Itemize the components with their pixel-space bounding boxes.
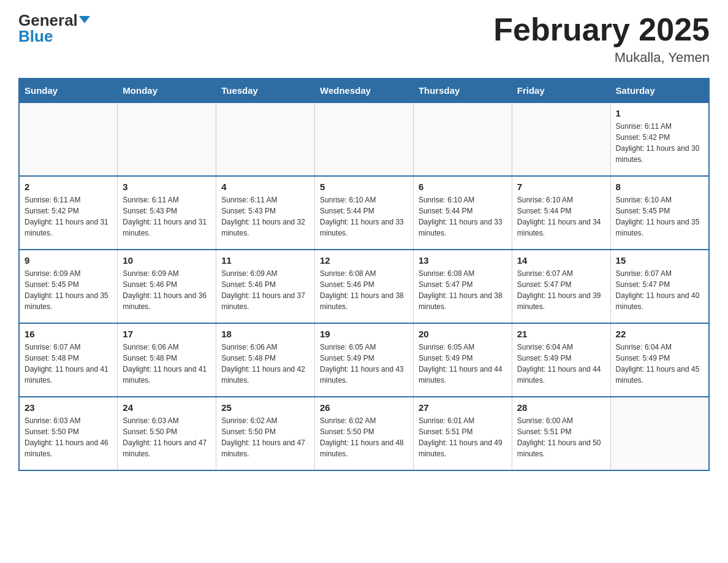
calendar-cell: 4Sunrise: 6:11 AMSunset: 5:43 PMDaylight…	[216, 176, 315, 250]
day-info: Sunrise: 6:03 AMSunset: 5:50 PMDaylight:…	[123, 415, 211, 459]
day-number: 25	[221, 402, 309, 413]
title-area: February 2025 Mukalla, Yemen	[493, 12, 710, 66]
day-number: 9	[25, 255, 112, 266]
logo-blue-text: Blue	[18, 28, 53, 44]
day-number: 23	[25, 402, 112, 413]
location-title: Mukalla, Yemen	[493, 50, 710, 66]
calendar-cell: 14Sunrise: 6:07 AMSunset: 5:47 PMDayligh…	[512, 250, 610, 323]
day-info: Sunrise: 6:11 AMSunset: 5:43 PMDaylight:…	[221, 194, 309, 239]
day-info: Sunrise: 6:10 AMSunset: 5:44 PMDaylight:…	[517, 194, 605, 239]
day-info: Sunrise: 6:05 AMSunset: 5:49 PMDaylight:…	[419, 342, 507, 386]
calendar-cell: 24Sunrise: 6:03 AMSunset: 5:50 PMDayligh…	[118, 397, 216, 470]
day-number: 1	[616, 108, 703, 118]
calendar-cell: 26Sunrise: 6:02 AMSunset: 5:50 PMDayligh…	[315, 397, 414, 470]
logo-triangle-icon	[79, 16, 90, 23]
weekday-header-tuesday: Tuesday	[216, 79, 315, 102]
day-number: 16	[25, 329, 112, 339]
day-number: 13	[419, 255, 507, 266]
calendar-cell: 20Sunrise: 6:05 AMSunset: 5:49 PMDayligh…	[413, 323, 512, 397]
day-number: 27	[419, 402, 507, 413]
day-number: 18	[221, 329, 309, 339]
day-number: 5	[320, 182, 408, 192]
day-number: 20	[419, 329, 507, 339]
calendar-header-row: SundayMondayTuesdayWednesdayThursdayFrid…	[19, 79, 709, 102]
calendar-cell: 8Sunrise: 6:10 AMSunset: 5:45 PMDaylight…	[610, 176, 709, 250]
calendar-cell: 27Sunrise: 6:01 AMSunset: 5:51 PMDayligh…	[413, 397, 512, 470]
day-info: Sunrise: 6:10 AMSunset: 5:45 PMDaylight:…	[616, 194, 703, 239]
day-info: Sunrise: 6:06 AMSunset: 5:48 PMDaylight:…	[221, 342, 309, 386]
calendar-cell: 13Sunrise: 6:08 AMSunset: 5:47 PMDayligh…	[413, 250, 512, 323]
month-title: February 2025	[493, 12, 710, 47]
calendar-cell: 17Sunrise: 6:06 AMSunset: 5:48 PMDayligh…	[118, 323, 216, 397]
day-info: Sunrise: 6:09 AMSunset: 5:45 PMDaylight:…	[25, 268, 112, 312]
weekday-header-wednesday: Wednesday	[315, 79, 414, 102]
calendar-week-row: 9Sunrise: 6:09 AMSunset: 5:45 PMDaylight…	[19, 250, 709, 323]
calendar-cell	[610, 397, 709, 470]
calendar-cell: 10Sunrise: 6:09 AMSunset: 5:46 PMDayligh…	[118, 250, 216, 323]
calendar-cell	[118, 102, 216, 176]
day-info: Sunrise: 6:11 AMSunset: 5:43 PMDaylight:…	[123, 194, 211, 239]
day-number: 19	[320, 329, 408, 339]
weekday-header-monday: Monday	[118, 79, 216, 102]
day-number: 10	[123, 255, 211, 266]
day-number: 12	[320, 255, 408, 266]
calendar-cell: 5Sunrise: 6:10 AMSunset: 5:44 PMDaylight…	[315, 176, 414, 250]
day-info: Sunrise: 6:11 AMSunset: 5:42 PMDaylight:…	[616, 121, 703, 165]
calendar-cell	[413, 102, 512, 176]
day-info: Sunrise: 6:06 AMSunset: 5:48 PMDaylight:…	[123, 342, 211, 386]
calendar-week-row: 23Sunrise: 6:03 AMSunset: 5:50 PMDayligh…	[19, 397, 709, 470]
calendar-week-row: 16Sunrise: 6:07 AMSunset: 5:48 PMDayligh…	[19, 323, 709, 397]
day-number: 8	[616, 182, 703, 192]
weekday-header-saturday: Saturday	[610, 79, 709, 102]
weekday-header-sunday: Sunday	[19, 79, 118, 102]
day-info: Sunrise: 6:11 AMSunset: 5:42 PMDaylight:…	[25, 194, 112, 239]
calendar-table: SundayMondayTuesdayWednesdayThursdayFrid…	[18, 78, 710, 471]
day-info: Sunrise: 6:03 AMSunset: 5:50 PMDaylight:…	[25, 415, 112, 459]
weekday-header-thursday: Thursday	[413, 79, 512, 102]
calendar-cell: 7Sunrise: 6:10 AMSunset: 5:44 PMDaylight…	[512, 176, 610, 250]
day-info: Sunrise: 6:07 AMSunset: 5:47 PMDaylight:…	[616, 268, 703, 312]
calendar-cell: 25Sunrise: 6:02 AMSunset: 5:50 PMDayligh…	[216, 397, 315, 470]
day-info: Sunrise: 6:04 AMSunset: 5:49 PMDaylight:…	[616, 342, 703, 386]
calendar-cell: 22Sunrise: 6:04 AMSunset: 5:49 PMDayligh…	[610, 323, 709, 397]
calendar-week-row: 1Sunrise: 6:11 AMSunset: 5:42 PMDaylight…	[19, 102, 709, 176]
calendar-cell: 3Sunrise: 6:11 AMSunset: 5:43 PMDaylight…	[118, 176, 216, 250]
day-number: 2	[25, 182, 112, 192]
logo-general-text: General	[18, 12, 90, 28]
day-number: 17	[123, 329, 211, 339]
calendar-cell: 1Sunrise: 6:11 AMSunset: 5:42 PMDaylight…	[610, 102, 709, 176]
calendar-cell: 21Sunrise: 6:04 AMSunset: 5:49 PMDayligh…	[512, 323, 610, 397]
day-number: 22	[616, 329, 703, 339]
day-number: 24	[123, 402, 211, 413]
calendar-cell	[19, 102, 118, 176]
day-info: Sunrise: 6:10 AMSunset: 5:44 PMDaylight:…	[320, 194, 408, 239]
day-info: Sunrise: 6:05 AMSunset: 5:49 PMDaylight:…	[320, 342, 408, 386]
calendar-cell: 6Sunrise: 6:10 AMSunset: 5:44 PMDaylight…	[413, 176, 512, 250]
day-info: Sunrise: 6:04 AMSunset: 5:49 PMDaylight:…	[517, 342, 605, 386]
day-number: 7	[517, 182, 605, 192]
calendar-cell: 18Sunrise: 6:06 AMSunset: 5:48 PMDayligh…	[216, 323, 315, 397]
day-info: Sunrise: 6:02 AMSunset: 5:50 PMDaylight:…	[320, 415, 408, 459]
day-number: 26	[320, 402, 408, 413]
day-info: Sunrise: 6:07 AMSunset: 5:47 PMDaylight:…	[517, 268, 605, 312]
day-number: 14	[517, 255, 605, 266]
day-info: Sunrise: 6:08 AMSunset: 5:47 PMDaylight:…	[419, 268, 507, 312]
day-number: 28	[517, 402, 605, 413]
day-info: Sunrise: 6:07 AMSunset: 5:48 PMDaylight:…	[25, 342, 112, 386]
calendar-cell	[216, 102, 315, 176]
calendar-cell: 19Sunrise: 6:05 AMSunset: 5:49 PMDayligh…	[315, 323, 414, 397]
page-header: General Blue February 2025 Mukalla, Yeme…	[18, 12, 710, 66]
calendar-cell: 28Sunrise: 6:00 AMSunset: 5:51 PMDayligh…	[512, 397, 610, 470]
calendar-cell: 23Sunrise: 6:03 AMSunset: 5:50 PMDayligh…	[19, 397, 118, 470]
day-number: 4	[221, 182, 309, 192]
day-number: 3	[123, 182, 211, 192]
day-info: Sunrise: 6:01 AMSunset: 5:51 PMDaylight:…	[419, 415, 507, 459]
day-number: 21	[517, 329, 605, 339]
logo: General Blue	[18, 12, 90, 44]
calendar-cell: 12Sunrise: 6:08 AMSunset: 5:46 PMDayligh…	[315, 250, 414, 323]
day-info: Sunrise: 6:09 AMSunset: 5:46 PMDaylight:…	[123, 268, 211, 312]
day-info: Sunrise: 6:02 AMSunset: 5:50 PMDaylight:…	[221, 415, 309, 459]
calendar-cell	[315, 102, 414, 176]
calendar-cell	[512, 102, 610, 176]
weekday-header-friday: Friday	[512, 79, 610, 102]
